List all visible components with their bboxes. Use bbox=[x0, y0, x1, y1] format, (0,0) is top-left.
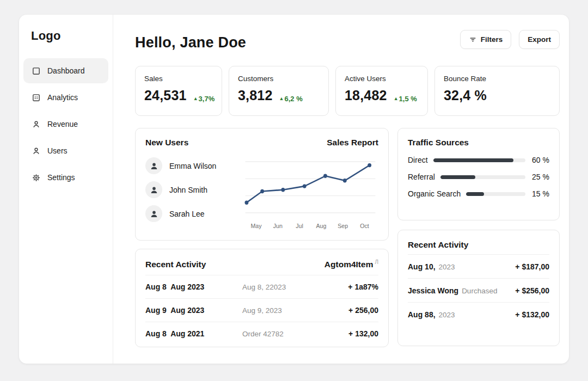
svg-text:Jun: Jun bbox=[273, 223, 283, 229]
sidebar-item-analytics[interactable]: Analytics bbox=[23, 85, 108, 110]
analytics-icon bbox=[32, 93, 41, 102]
stat-card-customers: Customers 3,812 ▲6,2 % bbox=[229, 66, 329, 116]
activity-entry: Jessica WongDurchased bbox=[408, 286, 497, 295]
traffic-bar-track bbox=[440, 175, 525, 179]
recent-activity-card-right: Recent Activity Aug 10,2023 + $187,00 Je… bbox=[397, 230, 560, 346]
svg-text:Sep: Sep bbox=[338, 223, 348, 229]
stat-card-active-users: Active Users 18,482 ▲1,5 % bbox=[335, 66, 428, 116]
sidebar-item-dashboard[interactable]: Dashboard bbox=[23, 58, 108, 83]
traffic-row-direct: Direct 60 % bbox=[408, 156, 549, 164]
sidebar: Logo Dashboard Analytics Revenue Users bbox=[19, 15, 113, 364]
user-name: Emma Wilson bbox=[169, 162, 216, 170]
activity-header-suffix: Л bbox=[375, 259, 378, 265]
activity-amount: + $256,00 bbox=[515, 286, 549, 295]
activity-date: Aug 8 Aug 2023 bbox=[145, 282, 242, 291]
traffic-label: Direct bbox=[408, 156, 428, 164]
stat-trend: ▲6,2 % bbox=[279, 95, 303, 103]
traffic-pct: 60 % bbox=[525, 156, 549, 164]
traffic-bar-fill bbox=[433, 158, 513, 162]
activity-amount: + $132,00 bbox=[515, 310, 549, 319]
sidebar-item-label: Users bbox=[47, 146, 68, 155]
traffic-sources-card: Traffic Sources Direct 60 % Referral 25 … bbox=[397, 128, 560, 220]
recent-activity-title: Recent Activity bbox=[408, 238, 549, 254]
export-button[interactable]: Export bbox=[519, 30, 560, 49]
list-item: Emma Wilson bbox=[145, 157, 242, 174]
activity-header-right: Agtom4ItemЛ bbox=[324, 259, 378, 269]
page-title: Hello, Jane Doe bbox=[135, 34, 246, 51]
sidebar-item-label: Dashboard bbox=[47, 66, 85, 75]
settings-icon bbox=[32, 173, 41, 182]
traffic-bar-track bbox=[466, 192, 525, 196]
traffic-bar-track bbox=[433, 158, 525, 162]
activity-date: Aug 8 Aug 2021 bbox=[145, 329, 242, 338]
sales-line-chart: MayJunJulAugSepOct bbox=[242, 155, 378, 232]
recent-activity-title: Recent Activity bbox=[145, 260, 206, 269]
user-name: Sarah Lee bbox=[169, 210, 205, 218]
activity-date: Aug 9 Aug 2023 bbox=[145, 306, 242, 315]
traffic-pct: 25 % bbox=[525, 173, 549, 181]
svg-text:May: May bbox=[250, 223, 262, 229]
traffic-row-organic-search: Organic Search 15 % bbox=[408, 189, 549, 198]
list-item: Aug 10,2023 + $187,00 bbox=[408, 254, 549, 278]
svg-text:Aug: Aug bbox=[316, 223, 326, 229]
traffic-pct: 15 % bbox=[525, 189, 549, 198]
list-item: John Smith bbox=[145, 181, 242, 198]
filters-button[interactable]: Filters bbox=[460, 30, 512, 49]
activity-entry: Aug 88,2023 bbox=[408, 310, 455, 319]
table-row: Aug 9 Aug 2023 Aug 9, 2023 + 256,00 bbox=[145, 298, 378, 322]
traffic-label: Organic Search bbox=[408, 189, 461, 198]
traffic-bar-fill bbox=[466, 192, 484, 196]
list-item: Jessica WongDurchased + $256,00 bbox=[408, 278, 549, 302]
activity-detail: Order 42782 bbox=[242, 330, 348, 338]
sidebar-item-settings[interactable]: Settings bbox=[23, 165, 108, 190]
activity-amount: + 256,00 bbox=[348, 306, 378, 315]
main-content: Hello, Jane Doe Filters Export Sales 24,… bbox=[113, 15, 569, 364]
stat-card-sales: Sales 24,531 ▲3,7% bbox=[135, 66, 222, 116]
table-row: Aug 8 Aug 2023 Aug 8, 22023 + 1a87% bbox=[145, 275, 378, 298]
avatar bbox=[145, 157, 162, 174]
main-header: Hello, Jane Doe Filters Export bbox=[135, 30, 560, 51]
users-icon bbox=[32, 146, 41, 156]
list-item: Sarah Lee bbox=[145, 205, 242, 222]
traffic-bar-fill bbox=[440, 175, 475, 179]
svg-text:Oct: Oct bbox=[360, 223, 369, 229]
sidebar-item-label: Analytics bbox=[47, 93, 78, 102]
activity-entry: Aug 10,2023 bbox=[408, 262, 455, 271]
sales-report-title: Sales Report bbox=[327, 138, 378, 148]
stat-trend: ▲1,5 % bbox=[394, 95, 417, 103]
sidebar-item-label: Revenue bbox=[47, 120, 78, 128]
activity-amount: + 132,00 bbox=[348, 329, 378, 338]
activity-amount: + $187,00 bbox=[515, 262, 549, 271]
activity-detail: Aug 9, 2023 bbox=[242, 306, 348, 315]
stats-row: Sales 24,531 ▲3,7% Customers 3,812 ▲6,2 … bbox=[135, 66, 560, 116]
traffic-row-referral: Referral 25 % bbox=[408, 173, 549, 181]
stat-card-bounce-rate: Bounce Rate 32,4 % bbox=[434, 66, 560, 116]
stat-value: 3,812 bbox=[238, 88, 273, 103]
stat-value: 32,4 % bbox=[444, 88, 487, 103]
dashboard-icon bbox=[32, 66, 41, 76]
new-users-title: New Users bbox=[145, 138, 188, 148]
sidebar-item-revenue[interactable]: Revenue bbox=[23, 112, 108, 137]
revenue-icon bbox=[32, 120, 41, 129]
activity-amount: + 1a87% bbox=[348, 282, 378, 291]
trend-up-icon: ▲ bbox=[193, 96, 198, 101]
avatar bbox=[145, 181, 162, 198]
stat-label: Active Users bbox=[345, 75, 419, 83]
table-row: Aug 8 Aug 2021 Order 42782 + 132,00 bbox=[145, 322, 378, 345]
new-users-list: Emma Wilson John Smith Sarah Lee bbox=[145, 155, 242, 232]
stat-value: 18,482 bbox=[345, 88, 387, 103]
stat-label: Sales bbox=[144, 75, 213, 83]
sidebar-item-label: Settings bbox=[47, 173, 75, 182]
list-item: Aug 88,2023 + $132,00 bbox=[408, 302, 549, 326]
traffic-label: Referral bbox=[408, 173, 435, 181]
user-name: John Smith bbox=[169, 186, 207, 194]
app-window: Logo Dashboard Analytics Revenue Users bbox=[19, 15, 569, 364]
logo: Logo bbox=[31, 29, 108, 43]
stat-trend: ▲3,7% bbox=[193, 95, 215, 103]
svg-text:Jul: Jul bbox=[296, 223, 303, 229]
trend-up-icon: ▲ bbox=[279, 96, 284, 101]
recent-activity-card-left: Recent Activity Agtom4ItemЛ Aug 8 Aug 20… bbox=[135, 249, 389, 347]
activity-detail: Aug 8, 22023 bbox=[242, 283, 348, 291]
sidebar-item-users[interactable]: Users bbox=[23, 138, 108, 163]
new-users-card: New Users Sales Report Emma Wilson John … bbox=[135, 128, 389, 241]
